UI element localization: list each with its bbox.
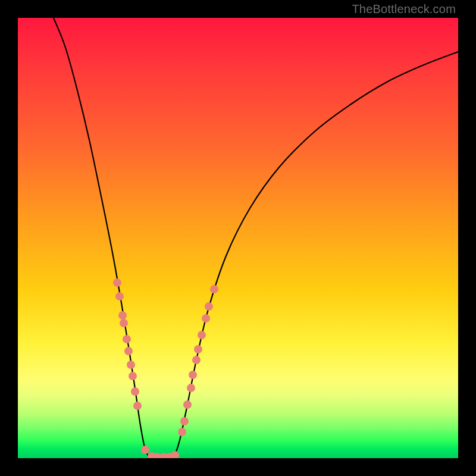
marker-dot — [115, 292, 124, 300]
marker-dot — [141, 446, 149, 454]
series-paths — [54, 18, 458, 458]
marker-dot — [194, 345, 202, 353]
curve-layer — [18, 18, 458, 458]
marker-dot — [131, 387, 139, 396]
marker-dot — [129, 372, 137, 380]
series-right-branch — [174, 52, 458, 458]
marker-dot — [205, 302, 213, 311]
marker-dot — [171, 451, 179, 458]
marker-dot — [124, 347, 133, 355]
marker-dot — [198, 331, 206, 339]
chart-frame: TheBottleneck.com — [0, 0, 476, 476]
marker-dot — [127, 361, 135, 369]
marker-dot — [189, 371, 197, 379]
marker-dot — [113, 278, 121, 287]
marker-dot — [210, 285, 218, 293]
watermark-text: TheBottleneck.com — [352, 2, 456, 16]
marker-dot — [180, 417, 189, 425]
marker-dot — [192, 356, 201, 364]
marker-dot — [120, 319, 128, 327]
marker-dot — [123, 335, 131, 343]
marker-dot — [133, 402, 142, 410]
marker-dot — [118, 311, 127, 320]
marker-dot — [202, 314, 210, 322]
marker-dot — [187, 384, 195, 392]
plot-area — [18, 18, 458, 458]
marker-dot — [183, 400, 192, 409]
marker-dot — [178, 428, 186, 436]
marker-dots — [113, 278, 218, 458]
